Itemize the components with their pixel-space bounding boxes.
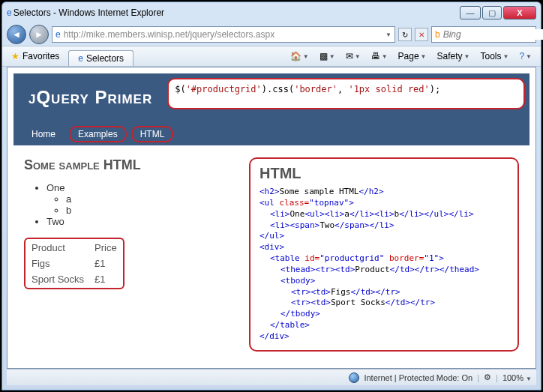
list-item: One a b (46, 182, 234, 216)
search-input[interactable] (443, 29, 543, 40)
help-button[interactable]: ?▼ (514, 49, 536, 63)
tools-menu[interactable]: Tools ▼ (476, 49, 513, 63)
code-snippet: $('#productgrid').css('border', '1px sol… (167, 78, 525, 109)
list-item: b (66, 205, 234, 216)
protected-mode-icon[interactable]: ⚙ (484, 373, 491, 382)
tab-label: Selectors (86, 53, 124, 64)
safety-menu[interactable]: Safety ▼ (433, 49, 475, 63)
mail-icon: ✉ (346, 51, 353, 61)
print-icon: 🖶 (371, 51, 380, 61)
html-source-panel: HTML <h2>Some sample HTML</h2> <ul class… (249, 157, 519, 352)
minimize-button[interactable]: — (460, 6, 481, 19)
ie-icon: e (7, 7, 12, 18)
html-source: <h2>Some sample HTML</h2> <ul class="top… (260, 187, 508, 343)
banner-title: jQuery Primer (14, 73, 167, 123)
url-input[interactable] (64, 29, 382, 40)
table-row: ProductPrice (27, 241, 122, 255)
nav-home[interactable]: Home (22, 126, 64, 142)
tab-icon: e (78, 53, 83, 64)
rss-icon: ▩ (320, 51, 328, 61)
forward-button[interactable]: ► (29, 25, 49, 44)
right-heading: HTML (260, 165, 508, 182)
help-icon: ? (519, 51, 524, 61)
maximize-button[interactable]: ▢ (482, 6, 502, 19)
table-row: Figs£1 (27, 256, 122, 271)
favorites-label: Favorites (22, 51, 59, 61)
stop-button[interactable]: ✕ (415, 28, 428, 41)
feeds-button[interactable]: ▩▼ (315, 49, 340, 63)
page-menu[interactable]: Page ▼ (394, 49, 431, 63)
home-button[interactable]: 🏠▼ (286, 49, 314, 63)
sample-list: One a b Two (24, 182, 234, 227)
page-banner: jQuery Primer $('#productgrid').css('bor… (14, 73, 530, 123)
tab-selectors[interactable]: e Selectors (68, 50, 134, 66)
star-icon: ★ (11, 51, 20, 61)
address-bar[interactable]: e ▼ (52, 26, 395, 43)
nav-examples[interactable]: Examples (69, 126, 127, 142)
print-button[interactable]: 🖶▼ (367, 49, 392, 63)
page-content: jQuery Primer $('#productgrid').css('bor… (8, 67, 536, 368)
titlebar: e Selectors - Windows Internet Explorer … (2, 2, 541, 23)
list-item: Two (46, 216, 234, 227)
search-box[interactable]: b 🔍 (431, 26, 536, 43)
status-bar: Internet | Protected Mode: On | ⚙ | 100%… (7, 369, 536, 385)
bing-icon: b (435, 29, 440, 40)
back-button[interactable]: ◄ (7, 25, 26, 44)
product-table: ProductPrice Figs£1 Sport Socks£1 (24, 238, 124, 289)
refresh-button[interactable]: ↻ (398, 28, 412, 41)
address-dropdown-icon[interactable]: ▼ (386, 31, 392, 38)
zoom-control[interactable]: 100% ▼ (502, 373, 532, 382)
page-nav: Home Examples HTML (14, 123, 530, 145)
nav-toolbar: ◄ ► e ▼ ↻ ✕ b 🔍 (2, 23, 541, 46)
zone-icon (349, 373, 359, 383)
zone-label: Internet | Protected Mode: On (364, 373, 472, 382)
pager: Previous | Next (14, 364, 530, 368)
left-heading: Some sample HTML (24, 157, 234, 173)
close-button[interactable]: X (503, 6, 536, 19)
table-row: Sport Socks£1 (27, 272, 122, 286)
favorites-button[interactable]: ★ Favorites (7, 49, 64, 63)
mail-button[interactable]: ✉▼ (341, 49, 365, 63)
favorites-bar: ★ Favorites e Selectors 🏠▼ ▩▼ ✉▼ 🖶▼ Page… (2, 46, 541, 67)
window-title: Selectors - Windows Internet Explorer (12, 7, 460, 18)
home-icon: 🏠 (290, 51, 302, 61)
left-column: Some sample HTML One a b Two ProductPric… (24, 157, 234, 352)
nav-html[interactable]: HTML (131, 126, 174, 142)
list-item: a (66, 193, 234, 205)
page-icon: e (56, 29, 61, 40)
